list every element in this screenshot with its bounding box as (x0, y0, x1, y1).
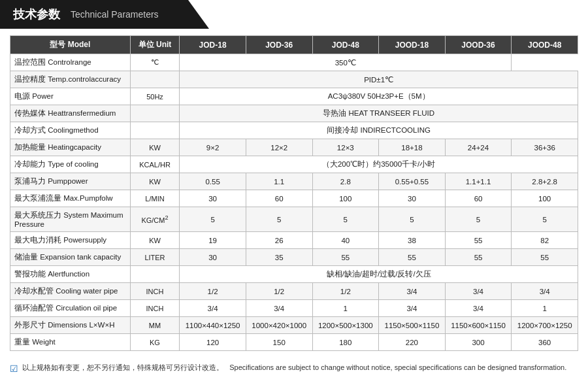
row-value: 3/4 (246, 300, 312, 317)
row-value-span: PID±1℃ (180, 71, 578, 88)
row-unit: KG/CM2 (130, 207, 180, 232)
col-jood36: JOOD-36 (445, 36, 512, 54)
row-value: 1150×600×1150 (445, 317, 512, 334)
table-row: 加热能量 HeatingcapacityKW9×212×212×318+1824… (10, 139, 578, 156)
row-unit: KW (130, 173, 180, 190)
row-label: 警报功能 Alertfunction (10, 266, 131, 283)
row-value: 120 (180, 334, 246, 351)
footer-text: 以上规格如有变更，恕不另行通知，特殊规格可另行设计改造。 Specificati… (22, 363, 566, 373)
row-unit (130, 266, 180, 283)
row-value: 35 (246, 249, 312, 266)
row-value: 24+24 (445, 139, 512, 156)
row-value: 5 (512, 207, 578, 232)
row-value-span: 导热油 HEAT TRANSEER FLUID (180, 105, 578, 122)
col-jood18: JOOD-18 (379, 36, 446, 54)
row-unit (130, 71, 180, 88)
row-value-span: 间接冷却 INDIRECTCOOLING (180, 122, 578, 139)
row-value: 12×3 (312, 139, 379, 156)
row-value: 18+18 (379, 139, 446, 156)
row-unit: ℃ (130, 54, 180, 71)
row-value: 150 (246, 334, 312, 351)
row-value: 300 (445, 334, 512, 351)
table-row: 储油量 Expansion tank capacityLITER30355555… (10, 249, 578, 266)
col-jod36: JOD-36 (246, 36, 312, 54)
row-label: 冷却能力 Type of cooling (10, 156, 131, 173)
row-value: 2.8 (312, 173, 379, 190)
row-label: 冷却方式 Coolingmethod (10, 122, 131, 139)
col-jod18: JOD-18 (180, 36, 246, 54)
row-value: 2.8+2.8 (512, 173, 578, 190)
row-value: 55 (445, 249, 512, 266)
row-value: 100 (312, 190, 379, 207)
row-value: 5 (445, 207, 512, 232)
row-value: 0.55+0.55 (379, 173, 446, 190)
col-unit: 单位 Unit (130, 36, 180, 54)
row-value: 360 (512, 334, 578, 351)
row-value: 1100×440×1250 (180, 317, 246, 334)
table-row: 外形尺寸 Dimensions L×W×HMM1100×440×12501000… (10, 317, 578, 334)
header-section: 技术参数 Technical Parameters (0, 0, 209, 29)
row-value: 1 (512, 300, 578, 317)
row-value: 30 (379, 190, 446, 207)
row-label: 最大泵浦流量 Max.Pumpfolw (10, 190, 131, 207)
row-value-span: 350℃ (180, 54, 512, 71)
row-value: 60 (445, 190, 512, 207)
row-value: 5 (312, 207, 379, 232)
row-label: 泵浦马力 Pumppower (10, 173, 131, 190)
row-value: 40 (312, 232, 379, 249)
row-value: 100 (512, 190, 578, 207)
row-label: 温控范围 Controlrange (10, 54, 131, 71)
row-label: 重量 Weight (10, 334, 131, 351)
row-value: 9×2 (180, 139, 246, 156)
row-value: 5 (246, 207, 312, 232)
main-content: 型号 Model 单位 Unit JOD-18 JOD-36 JOD-48 JO… (0, 29, 588, 358)
row-unit: 50Hz (130, 88, 180, 105)
table-row: 温控范围 Controlrange℃350℃ (10, 54, 578, 71)
table-row: 最大电力消耗 PowersupplyKW192640385582 (10, 232, 578, 249)
row-value: 55 (379, 249, 446, 266)
row-unit (130, 105, 180, 122)
row-value: 1/2 (180, 283, 246, 300)
title-cn: 技术参数 (13, 7, 60, 22)
row-value: 12×2 (246, 139, 312, 156)
col-jod48: JOD-48 (312, 36, 379, 54)
table-row: 重量 WeightKG120150180220300360 (10, 334, 578, 351)
row-unit: INCH (130, 283, 180, 300)
title-en: Technical Parameters (71, 9, 159, 20)
table-row: 警报功能 Alertfunction缺相/缺油/超时/过载/反转/欠压 (10, 266, 578, 283)
row-label: 传热媒体 Heattransfermedium (10, 105, 131, 122)
row-value: 82 (512, 232, 578, 249)
row-unit: KCAL/HR (130, 156, 180, 173)
row-value: 5 (379, 207, 446, 232)
row-value: 220 (379, 334, 446, 351)
table-row: 传热媒体 Heattransfermedium导热油 HEAT TRANSEER… (10, 105, 578, 122)
row-value: 180 (312, 334, 379, 351)
row-value: 19 (180, 232, 246, 249)
row-value: 55 (445, 232, 512, 249)
row-value-span: AC3ψ380V 50Hz3P+E（5M） (180, 88, 578, 105)
row-unit: KW (130, 232, 180, 249)
row-value: 1.1+1.1 (445, 173, 512, 190)
row-label: 最大电力消耗 Powersupply (10, 232, 131, 249)
row-label: 储油量 Expansion tank capacity (10, 249, 131, 266)
table-row: 最大系统压力 System Maximum PressureKG/CM25555… (10, 207, 578, 232)
row-unit: MM (130, 317, 180, 334)
row-unit: KG (130, 334, 180, 351)
row-value: 55 (512, 249, 578, 266)
col-jood48: JOOD-48 (512, 36, 578, 54)
row-value: 1/2 (246, 283, 312, 300)
row-label: 温控精度 Temp.controlaccuracy (10, 71, 131, 88)
table-row: 冷却方式 Coolingmethod间接冷却 INDIRECTCOOLING (10, 122, 578, 139)
footer-note: ☑ 以上规格如有变更，恕不另行通知，特殊规格可另行设计改造。 Specifica… (0, 358, 588, 379)
row-unit: INCH (130, 300, 180, 317)
row-value-span: （大200℃时）约35000千卡/小时 (180, 156, 578, 173)
row-value: 3/4 (379, 300, 446, 317)
row-value: 38 (379, 232, 446, 249)
row-value: 1/2 (312, 283, 379, 300)
tech-params-table: 型号 Model 单位 Unit JOD-18 JOD-36 JOD-48 JO… (10, 35, 578, 351)
row-value: 30 (180, 249, 246, 266)
table-row: 电源 Power50HzAC3ψ380V 50Hz3P+E（5M） (10, 88, 578, 105)
row-value: 1200×500×1300 (312, 317, 379, 334)
table-row: 冷却水配管 Cooling water pipeINCH1/21/21/23/4… (10, 283, 578, 300)
table-row: 冷却能力 Type of coolingKCAL/HR（大200℃时）约3500… (10, 156, 578, 173)
